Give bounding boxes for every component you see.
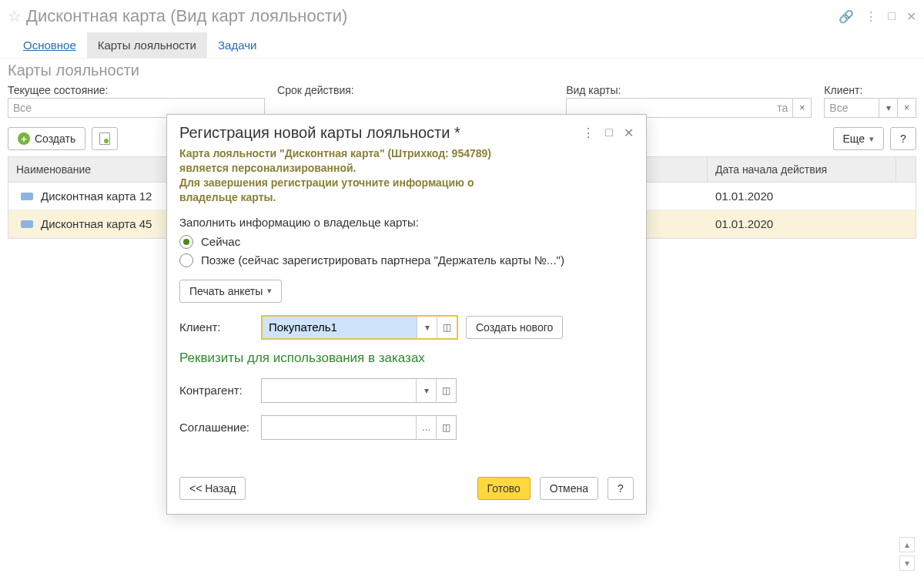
agreement-row: Соглашение: … ◫ xyxy=(179,415,634,440)
filter-client-dropdown-icon[interactable]: ▾ xyxy=(879,98,898,118)
link-icon[interactable]: 🔗 xyxy=(839,9,854,24)
cell-name: Дисконтная карта 45 xyxy=(41,217,152,230)
contragent-open-icon[interactable]: ◫ xyxy=(436,379,456,402)
close-icon[interactable]: ✕ xyxy=(906,9,916,24)
radio-later[interactable] xyxy=(179,253,193,267)
modal-info-line1: Карта лояльности "Дисконтная карта" (Штр… xyxy=(179,147,491,174)
radio-now-label: Сейчас xyxy=(201,235,240,248)
cancel-button[interactable]: Отмена xyxy=(540,477,598,500)
menu-dots-icon[interactable]: ⋮ xyxy=(865,9,877,24)
window-title: Дисконтная карта (Вид карт лояльности) xyxy=(26,6,839,26)
filter-type-clear-icon[interactable]: × xyxy=(793,98,812,118)
pager-down-icon[interactable]: ▾ xyxy=(899,555,915,571)
maximize-icon[interactable]: □ xyxy=(888,9,896,24)
done-button-label: Готово xyxy=(487,482,521,495)
client-input-wrap: ▾ ◫ xyxy=(261,315,458,340)
help-button-label: ? xyxy=(900,133,906,145)
print-questionnaire-button[interactable]: Печать анкеты ▾ xyxy=(179,280,282,303)
filter-expiry-label: Срок действия: xyxy=(277,84,554,96)
order-requisites-title: Реквизиты для использования в заказах xyxy=(179,351,634,366)
more-button-label: Еще xyxy=(843,133,865,145)
favorite-star-icon[interactable]: ☆ xyxy=(8,7,22,25)
card-icon xyxy=(21,220,33,228)
pager-up-icon[interactable]: ▴ xyxy=(899,537,915,552)
create-new-client-button[interactable]: Создать нового xyxy=(466,316,563,339)
client-open-icon[interactable]: ◫ xyxy=(437,317,457,338)
done-button[interactable]: Готово xyxy=(477,477,531,500)
radio-now[interactable] xyxy=(179,235,193,249)
radio-later-label: Позже (сейчас зарегистрировать партнера … xyxy=(201,253,564,267)
filter-status-label: Текущее состояние: xyxy=(8,84,265,96)
chevron-down-icon: ▾ xyxy=(267,286,272,296)
plus-icon: + xyxy=(18,133,30,145)
client-input[interactable] xyxy=(263,317,417,338)
tab-loyalty[interactable]: Карты лояльности xyxy=(87,32,207,58)
modal-maximize-icon[interactable]: □ xyxy=(605,126,613,140)
modal-title: Регистрация новой карты лояльности * xyxy=(179,124,582,142)
modal-info: Карта лояльности "Дисконтная карта" (Штр… xyxy=(179,146,503,205)
create-new-client-label: Создать нового xyxy=(476,321,553,334)
back-button-label: << Назад xyxy=(189,482,236,495)
back-button[interactable]: << Назад xyxy=(179,477,246,500)
document-icon xyxy=(99,133,110,145)
modal-help-button[interactable]: ? xyxy=(608,477,634,500)
cell-date: 01.01.2020 xyxy=(708,213,896,235)
titlebar: ☆ Дисконтная карта (Вид карт лояльности)… xyxy=(0,0,924,32)
agreement-label: Соглашение: xyxy=(179,421,253,434)
modal-close-icon[interactable]: ✕ xyxy=(624,126,634,140)
radio-now-row[interactable]: Сейчас xyxy=(179,235,634,249)
create-button[interactable]: + Создать xyxy=(8,127,85,150)
tab-main[interactable]: Основное xyxy=(12,32,87,58)
agreement-input-wrap: … ◫ xyxy=(261,415,457,440)
agreement-dots-icon[interactable]: … xyxy=(416,416,436,439)
contragent-input-wrap: ▾ ◫ xyxy=(261,378,457,403)
fill-owner-label: Заполнить информацию о владельце карты: xyxy=(179,216,634,229)
filter-client-label: Клиент: xyxy=(824,84,916,96)
register-card-modal: Регистрация новой карты лояльности * ⋮ □… xyxy=(166,114,647,515)
create-button-label: Создать xyxy=(35,133,75,145)
cell-date: 01.01.2020 xyxy=(708,185,896,207)
contragent-dropdown-icon[interactable]: ▾ xyxy=(416,379,436,402)
th-start[interactable]: Дата начала действия xyxy=(708,157,896,182)
contragent-row: Контрагент: ▾ ◫ xyxy=(179,378,634,403)
client-row: Клиент: ▾ ◫ Создать нового xyxy=(179,315,634,340)
more-button[interactable]: Еще xyxy=(833,127,885,150)
radio-later-row[interactable]: Позже (сейчас зарегистрировать партнера … xyxy=(179,253,634,267)
contragent-input[interactable] xyxy=(262,379,416,402)
print-questionnaire-label: Печать анкеты xyxy=(189,285,263,297)
filter-client-input[interactable]: Все xyxy=(824,98,879,118)
modal-help-label: ? xyxy=(618,482,624,495)
client-dropdown-icon[interactable]: ▾ xyxy=(417,317,437,338)
section-title: Карты лояльности xyxy=(0,59,924,81)
help-button[interactable]: ? xyxy=(890,127,916,150)
modal-info-line2: Для завершения регистрации уточните инфо… xyxy=(179,176,474,203)
modal-menu-dots-icon[interactable]: ⋮ xyxy=(582,126,594,140)
copy-button[interactable] xyxy=(92,127,118,150)
th-extra xyxy=(896,157,912,182)
tab-tasks[interactable]: Задачи xyxy=(207,32,267,58)
cancel-button-label: Отмена xyxy=(550,482,588,495)
client-field-label: Клиент: xyxy=(179,320,253,334)
contragent-label: Контрагент: xyxy=(179,384,253,397)
filter-client-clear-icon[interactable]: × xyxy=(898,98,916,118)
card-icon xyxy=(21,193,33,200)
agreement-open-icon[interactable]: ◫ xyxy=(436,416,456,439)
pager: ▴ ▾ xyxy=(899,537,915,571)
tabs: Основное Карты лояльности Задачи xyxy=(0,32,924,59)
filter-type-label: Вид карты: xyxy=(566,84,812,96)
agreement-input[interactable] xyxy=(262,416,416,439)
cell-name: Дисконтная карта 12 xyxy=(41,190,152,203)
